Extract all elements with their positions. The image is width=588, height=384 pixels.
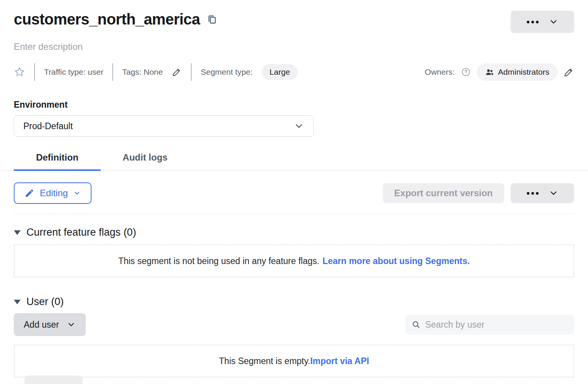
user-search-box bbox=[405, 315, 574, 335]
environment-label: Environment bbox=[14, 100, 574, 110]
pencil-icon bbox=[24, 188, 34, 198]
toolbar-more-menu-button[interactable] bbox=[511, 183, 574, 203]
search-icon bbox=[412, 320, 421, 330]
people-icon bbox=[485, 67, 494, 77]
edit-owners-pencil-icon[interactable] bbox=[564, 67, 574, 77]
editing-label: Editing bbox=[40, 188, 68, 199]
segment-type-badge: Large bbox=[262, 64, 298, 80]
collapse-triangle-icon bbox=[14, 230, 21, 235]
owners-group: Owners: Administrators bbox=[425, 64, 574, 80]
meta-row: Traffic type: user Tags: None Segment ty… bbox=[14, 62, 574, 82]
partial-cutoff-element bbox=[24, 376, 83, 384]
traffic-type-label: Traffic type: user bbox=[44, 67, 103, 77]
user-controls-row: Add user bbox=[14, 313, 574, 336]
divider bbox=[34, 63, 35, 81]
divider bbox=[14, 214, 574, 214]
chevron-down-icon bbox=[549, 188, 559, 198]
segment-detail-page: customers_north_america Enter descriptio… bbox=[0, 0, 588, 384]
favorite-star-icon[interactable] bbox=[14, 66, 25, 78]
chevron-down-icon bbox=[73, 189, 81, 197]
feature-flags-heading: Current feature flags (0) bbox=[26, 226, 136, 238]
tab-definition[interactable]: Definition bbox=[14, 150, 101, 171]
segment-type-label: Segment type: bbox=[201, 67, 252, 77]
environment-select[interactable]: Prod-Default bbox=[14, 115, 314, 137]
copy-name-icon[interactable] bbox=[207, 14, 217, 25]
environment-selected-value: Prod-Default bbox=[23, 121, 73, 131]
divider bbox=[191, 63, 191, 81]
add-user-button[interactable]: Add user bbox=[14, 313, 86, 336]
tab-audit-logs[interactable]: Audit logs bbox=[101, 150, 189, 171]
tab-bar: Definition Audit logs bbox=[0, 150, 588, 171]
owners-value: Administrators bbox=[498, 67, 549, 77]
chevron-down-icon bbox=[549, 17, 559, 27]
feature-flags-empty-state: This segment is not being used in any fe… bbox=[14, 245, 574, 277]
segment-empty-text: This Segment is empty. bbox=[219, 356, 310, 366]
learn-more-segments-link[interactable]: Learn more about using Segments. bbox=[322, 256, 470, 266]
owners-badge[interactable]: Administrators bbox=[477, 64, 557, 80]
feature-flags-section-header[interactable]: Current feature flags (0) bbox=[14, 226, 574, 238]
search-by-user-input[interactable] bbox=[425, 320, 568, 330]
definition-toolbar: Editing Export current version bbox=[14, 182, 574, 204]
collapse-triangle-icon bbox=[14, 300, 21, 304]
import-via-api-link[interactable]: Import via API bbox=[310, 356, 369, 366]
user-section-header[interactable]: User (0) bbox=[14, 296, 574, 308]
ellipsis-icon bbox=[527, 21, 539, 23]
help-question-icon[interactable] bbox=[461, 67, 471, 77]
owners-label: Owners: bbox=[425, 67, 455, 77]
page-header: customers_north_america bbox=[14, 11, 574, 33]
ellipsis-icon bbox=[527, 192, 539, 195]
user-heading: User (0) bbox=[26, 296, 64, 308]
chevron-down-icon bbox=[294, 121, 304, 131]
tags-label: Tags: None bbox=[122, 67, 163, 77]
add-user-label: Add user bbox=[24, 320, 59, 330]
page-title: customers_north_america bbox=[14, 11, 200, 28]
editing-mode-button[interactable]: Editing bbox=[14, 182, 91, 204]
export-current-version-button[interactable]: Export current version bbox=[383, 183, 504, 203]
segment-empty-state: This Segment is empty. Import via API bbox=[14, 345, 574, 377]
chevron-down-icon bbox=[67, 320, 76, 329]
feature-flags-empty-text: This segment is not being used in any fe… bbox=[118, 256, 319, 266]
header-more-menu-button[interactable] bbox=[511, 11, 574, 33]
divider bbox=[113, 63, 113, 81]
description-placeholder[interactable]: Enter description bbox=[14, 41, 574, 52]
edit-tags-pencil-icon[interactable] bbox=[172, 67, 182, 77]
